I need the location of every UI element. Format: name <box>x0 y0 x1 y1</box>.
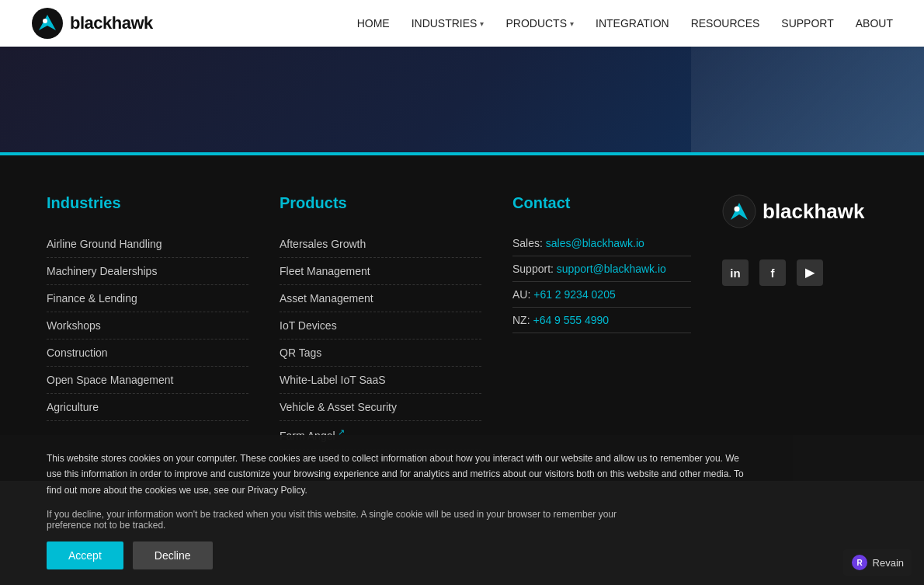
hero-image <box>691 47 924 155</box>
industry-link[interactable]: Finance & Lending <box>47 292 137 305</box>
list-item: Sales: sales@blackhawk.io <box>512 231 691 256</box>
list-item: Asset Management <box>280 285 481 312</box>
nav-home[interactable]: HOME <box>357 17 390 30</box>
svg-point-1 <box>43 19 47 23</box>
list-item: Aftersales Growth <box>280 231 481 258</box>
products-list: Aftersales Growth Fleet Management Asset… <box>280 231 481 450</box>
nav-resources[interactable]: RESOURCES <box>691 17 760 30</box>
list-item: Machinery Dealerships <box>47 258 248 285</box>
product-link[interactable]: Asset Management <box>280 292 373 305</box>
nav-products[interactable]: PRODUCTS ▾ <box>505 17 574 30</box>
list-item: Agriculture <box>47 394 248 421</box>
footer-products-col: Products Aftersales Growth Fleet Managem… <box>280 194 481 450</box>
list-item: QR Tags <box>280 340 481 367</box>
product-link[interactable]: Vehicle & Asset Security <box>280 401 397 413</box>
industries-list: Airline Ground Handling Machinery Dealer… <box>47 231 248 421</box>
svg-point-3 <box>735 207 740 212</box>
nav-support[interactable]: SUPPORT <box>781 17 833 30</box>
social-links: in f ▶ <box>722 259 823 286</box>
contact-value: support@blackhawk.io <box>557 263 666 275</box>
nav-logo[interactable]: blackhawk <box>31 7 153 40</box>
email-link[interactable]: sales@blackhawk.io <box>546 237 644 249</box>
cookie-main-text: This website stores cookies on your comp… <box>47 451 745 481</box>
industry-link[interactable]: Construction <box>47 346 108 359</box>
list-item: Open Space Management <box>47 367 248 394</box>
footer-contact-col: Contact Sales: sales@blackhawk.io Suppor… <box>512 194 691 450</box>
contact-value: sales@blackhawk.io <box>546 237 644 249</box>
contact-heading: Contact <box>512 194 691 215</box>
nav-links: HOME INDUSTRIES ▾ PRODUCTS ▾ INTEGRATION… <box>357 17 893 30</box>
product-link[interactable]: QR Tags <box>280 346 321 359</box>
nav-integration[interactable]: INTEGRATION <box>596 17 669 30</box>
list-item: IoT Devices <box>280 312 481 340</box>
product-link[interactable]: Fleet Management <box>280 265 370 277</box>
list-item: Support: support@blackhawk.io <box>512 256 691 282</box>
list-item: Workshops <box>47 312 248 340</box>
contact-label: AU: <box>512 288 533 301</box>
industry-link[interactable]: Machinery Dealerships <box>47 265 157 277</box>
industry-link[interactable]: Agriculture <box>47 401 99 413</box>
industries-heading: Industries <box>47 194 248 215</box>
list-item: Vehicle & Asset Security <box>280 394 481 421</box>
product-link[interactable]: White-Label IoT SaaS <box>280 374 386 386</box>
list-item: AU: +61 2 9234 0205 <box>512 282 691 308</box>
industry-link[interactable]: Open Space Management <box>47 374 173 386</box>
contact-value: +61 2 9234 0205 <box>533 288 616 301</box>
product-link[interactable]: IoT Devices <box>280 319 337 332</box>
footer-hawk-icon <box>722 194 756 228</box>
contact-label: NZ: <box>512 314 533 326</box>
list-item: Construction <box>47 340 248 367</box>
footer-brand: blackhawk <box>722 194 865 228</box>
list-item: NZ: +64 9 555 4990 <box>512 308 691 333</box>
list-item: White-Label IoT SaaS <box>280 367 481 394</box>
contact-label: Sales: <box>512 237 546 249</box>
cookie-banner: This website stores cookies on your comp… <box>0 435 924 481</box>
contact-value: +64 9 555 4990 <box>533 314 609 326</box>
footer-brand-col: blackhawk in f ▶ <box>722 194 877 450</box>
facebook-icon[interactable]: f <box>759 259 786 286</box>
chevron-down-icon: ▾ <box>480 19 484 28</box>
hero-banner <box>0 47 924 155</box>
nav-industries[interactable]: INDUSTRIES ▾ <box>412 17 485 30</box>
footer-industries-col: Industries Airline Ground Handling Machi… <box>47 194 248 450</box>
youtube-icon[interactable]: ▶ <box>797 259 823 286</box>
nav-about[interactable]: ABOUT <box>856 17 893 30</box>
linkedin-icon[interactable]: in <box>722 259 749 286</box>
industry-link[interactable]: Airline Ground Handling <box>47 238 162 250</box>
products-heading: Products <box>280 194 481 215</box>
email-link[interactable]: support@blackhawk.io <box>557 263 666 275</box>
industry-link[interactable]: Workshops <box>47 319 101 332</box>
list-item: Airline Ground Handling <box>47 231 248 258</box>
list-item: Finance & Lending <box>47 285 248 312</box>
brand-name: blackhawk <box>70 13 153 33</box>
footer: Industries Airline Ground Handling Machi… <box>0 155 924 481</box>
product-link[interactable]: Aftersales Growth <box>280 238 366 250</box>
navbar: blackhawk HOME INDUSTRIES ▾ PRODUCTS ▾ I… <box>0 0 924 47</box>
contact-list: Sales: sales@blackhawk.io Support: suppo… <box>512 231 691 333</box>
hawk-logo-icon <box>31 7 64 40</box>
footer-brand-name: blackhawk <box>762 200 865 224</box>
chevron-down-icon: ▾ <box>570 19 574 28</box>
contact-label: Support: <box>512 263 557 275</box>
list-item: Fleet Management <box>280 258 481 285</box>
